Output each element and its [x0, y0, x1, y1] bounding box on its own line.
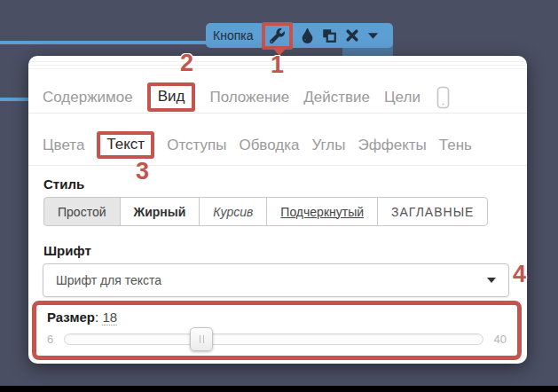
droplet-icon[interactable] — [302, 28, 313, 43]
size-label: Размер — [47, 310, 95, 325]
mobile-icon[interactable] — [436, 86, 450, 109]
divider — [28, 113, 527, 114]
style-option-plain-selected[interactable]: Простой — [43, 197, 121, 226]
close-icon[interactable] — [345, 28, 359, 43]
size-slider-track[interactable] — [64, 333, 483, 345]
annotation-step-1: 1 — [271, 51, 284, 79]
style-option-uppercase[interactable]: ЗАГЛАВНЫЕ — [377, 197, 488, 226]
annotation-step-3: 3 — [136, 158, 149, 185]
font-select-value: Шрифт для текста — [56, 273, 161, 287]
font-section-title: Шрифт — [43, 243, 91, 258]
bottom-black-bar — [0, 386, 558, 392]
subtab-obvodka[interactable]: Обводка — [239, 137, 299, 154]
font-select-dropdown[interactable]: Шрифт для текста — [43, 263, 509, 297]
style-section-title: Стиль — [43, 176, 84, 192]
subtab-tsveta[interactable]: Цвета — [43, 137, 84, 154]
annotation-box-4-size-section: Размер: 18 6 40 — [32, 301, 522, 360]
size-label-row: Размер: 18 — [47, 310, 507, 325]
element-type-label: Кнопка — [213, 28, 253, 43]
subtab-ugly[interactable]: Углы — [311, 137, 345, 154]
caret-down-icon[interactable] — [367, 31, 379, 40]
tab-soderzhimoe[interactable]: Содержимое — [43, 89, 133, 106]
subtab-ten[interactable]: Тень — [439, 137, 472, 154]
subtab-effekty[interactable]: Эффекты — [358, 137, 427, 154]
editor-canvas: Кнопка Содержимое Вид Положение Действие… — [0, 0, 558, 392]
subtab-otstupy[interactable]: Отступы — [167, 137, 226, 154]
sub-tabs: Цвета Текст Отступы Обводка Углы Эффекты… — [43, 131, 472, 159]
size-slider-row: 6 40 — [47, 333, 507, 346]
wrench-icon[interactable] — [270, 28, 285, 43]
size-slider-handle[interactable] — [190, 327, 213, 351]
size-value[interactable]: 18 — [102, 310, 117, 325]
main-tabs: Содержимое Вид Положение Действие Цели — [43, 82, 450, 112]
element-toolbar: Кнопка — [206, 23, 393, 48]
settings-panel: Содержимое Вид Положение Действие Цели Ц… — [28, 56, 527, 364]
annotation-box-1 — [262, 22, 293, 50]
page-block-border-line-left — [0, 98, 29, 101]
annotation-step-4: 4 — [513, 261, 526, 288]
style-option-underline[interactable]: Подчеркнутый — [266, 197, 378, 226]
style-segmented-control: Простой Жирный Курсив Подчеркнутый ЗАГЛА… — [43, 197, 488, 226]
style-option-italic[interactable]: Курсив — [199, 197, 267, 226]
subtab-tekst-active[interactable]: Текст — [97, 131, 154, 159]
tab-vid-active[interactable]: Вид — [147, 82, 196, 112]
tab-deystvie[interactable]: Действие — [303, 89, 370, 106]
annotation-step-2: 2 — [180, 50, 193, 77]
chevron-down-icon — [487, 278, 496, 283]
divider — [28, 165, 527, 166]
style-option-bold[interactable]: Жирный — [120, 197, 200, 226]
tab-tseli[interactable]: Цели — [384, 89, 420, 106]
slider-min-label: 6 — [47, 333, 53, 346]
slider-max-label: 40 — [494, 333, 507, 346]
tab-polozhenie[interactable]: Положение — [209, 89, 289, 106]
clone-icon[interactable] — [321, 27, 337, 43]
